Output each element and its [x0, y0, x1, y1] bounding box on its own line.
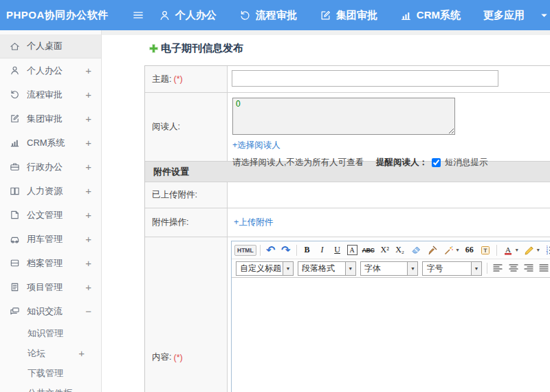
- paragraph-format-select[interactable]: 段落格式▼: [298, 261, 356, 276]
- sidebar-item-human-resources[interactable]: 人力资源+: [0, 179, 101, 203]
- expand-toggle[interactable]: +: [85, 113, 91, 124]
- remove-format-button[interactable]: [408, 243, 424, 257]
- align-right-button[interactable]: [522, 261, 536, 275]
- autotypeset-button[interactable]: ▾: [441, 243, 461, 257]
- format-brush-button[interactable]: [425, 243, 440, 257]
- superscript-button[interactable]: X²: [378, 243, 392, 257]
- sidebar-item-personal-desktop[interactable]: 个人桌面: [0, 34, 101, 58]
- select-value: 段落格式: [298, 262, 345, 275]
- sidebar-item-vehicle-management[interactable]: 用车管理+: [0, 227, 101, 251]
- strikethrough-button[interactable]: ABC: [360, 243, 377, 257]
- nav-item-group-approval[interactable]: 集团审批: [320, 9, 377, 22]
- select-arrow[interactable]: ▼: [283, 262, 293, 275]
- sidebar-subitem-public-file-cabinet[interactable]: 公共文件柜: [0, 383, 101, 392]
- nav-item-label: CRM系统: [417, 9, 461, 22]
- hamburger-menu-button[interactable]: [127, 9, 149, 21]
- paste-text-button[interactable]: [478, 243, 493, 257]
- sidebar-item-project-management[interactable]: 项目管理+: [0, 275, 101, 299]
- expand-toggle[interactable]: +: [85, 89, 91, 100]
- expand-toggle[interactable]: +: [85, 234, 91, 244]
- attachment-action-label: 附件操作:: [152, 217, 188, 228]
- sidebar-item-group-approval[interactable]: 集团审批+: [0, 107, 101, 131]
- button-glyph: 66: [465, 245, 474, 255]
- html-source-button[interactable]: HTML: [234, 245, 256, 256]
- expand-toggle[interactable]: +: [85, 162, 91, 172]
- nav-item-personal-office[interactable]: 个人办公: [159, 9, 217, 22]
- sidebar-item-archive-management[interactable]: 档案管理+: [0, 251, 101, 275]
- readers-value-cell: 0 +选择阅读人 请选择阅读人,不选为所有人可查看 提醒阅读人： 短消息提示: [228, 93, 550, 161]
- sidebar-item-knowledge-exchange[interactable]: 知识交流−: [0, 299, 101, 323]
- font-size-select[interactable]: 字号▼: [422, 261, 482, 276]
- expand-toggle[interactable]: +: [85, 258, 91, 268]
- expand-toggle[interactable]: +: [85, 65, 91, 76]
- publish-form: 主题: (*) 阅读人: 0 +选择阅读人 请选择阅读人,不选为所有人可查看 提…: [144, 65, 550, 392]
- dropdown-caret: ▾: [516, 247, 518, 253]
- nav-item-more-apps[interactable]: 更多应用: [483, 9, 550, 22]
- highlight-button[interactable]: ▾: [522, 243, 542, 257]
- sidebar-item-crm-system[interactable]: CRM系统+: [0, 131, 101, 155]
- redo-button[interactable]: ↷: [279, 243, 293, 257]
- nav-item-label: 流程审批: [256, 9, 297, 22]
- font-box-button[interactable]: A: [347, 245, 358, 255]
- font-family-select[interactable]: 字体▼: [360, 261, 419, 276]
- sidebar-item-label: 用车管理: [27, 233, 63, 246]
- expand-toggle[interactable]: +: [85, 210, 91, 220]
- main-content: 电子期刊信息发布 主题: (*) 阅读人: 0 +选择阅读人 请选择阅读人,不: [102, 30, 550, 392]
- subscript-button[interactable]: X₂: [393, 243, 407, 257]
- sidebar-subitem-knowledge-management[interactable]: 知识管理: [0, 323, 101, 343]
- nav-item-workflow-approval[interactable]: 流程审批: [239, 9, 297, 22]
- readers-hint-line: 请选择阅读人,不选为所有人可查看 提醒阅读人： 短消息提示: [232, 157, 550, 168]
- expand-toggle[interactable]: +: [78, 348, 85, 358]
- sms-remind-label: 短消息提示: [445, 157, 488, 168]
- ordered-list-icon: 123: [545, 245, 550, 256]
- italic-button[interactable]: I: [316, 243, 329, 257]
- sidebar-item-label: 项目管理: [27, 281, 63, 294]
- sidebar: 个人桌面个人办公+流程审批+集团审批+CRM系统+行政办公+人力资源+公文管理+…: [0, 30, 102, 392]
- align-left-button[interactable]: [491, 261, 505, 275]
- sidebar-item-document-management[interactable]: 公文管理+: [0, 203, 101, 227]
- sidebar-subitem-label: 论坛: [28, 347, 45, 360]
- editor-toolbar-row1: HTML↶↷BIUAABCX²X₂▾66A▾▾123▾: [232, 241, 550, 259]
- book-icon: [10, 186, 20, 196]
- blockquote-button[interactable]: 66: [463, 243, 476, 257]
- content-label-cell: 内容: (*): [145, 237, 228, 392]
- editor-content-area[interactable]: [232, 278, 550, 392]
- undo-button[interactable]: ↶: [264, 243, 278, 257]
- expand-toggle[interactable]: +: [85, 186, 91, 196]
- sidebar-subitem-forum[interactable]: 论坛+: [0, 343, 101, 363]
- expand-toggle[interactable]: −: [85, 306, 91, 316]
- required-mark: (*): [173, 74, 182, 84]
- nav-item-crm-system[interactable]: CRM系统: [400, 9, 461, 22]
- chat-icon: [10, 306, 20, 316]
- sidebar-item-personal-office[interactable]: 个人办公+: [0, 58, 101, 83]
- sidebar-item-workflow-approval[interactable]: 流程审批+: [0, 83, 101, 107]
- project-icon: [10, 282, 20, 292]
- select-arrow[interactable]: ▼: [471, 262, 481, 275]
- align-justify-button[interactable]: [537, 261, 550, 275]
- underline-button[interactable]: U: [331, 243, 344, 257]
- upload-attachment-link[interactable]: +上传附件: [234, 217, 273, 228]
- bold-button[interactable]: B: [300, 243, 314, 257]
- subject-input[interactable]: [232, 70, 498, 87]
- button-glyph: U: [334, 245, 340, 255]
- sidebar-subitem-download-management[interactable]: 下载管理: [0, 363, 101, 383]
- attachment-action-row: 附件操作: +上传附件: [145, 208, 550, 237]
- font-color-button[interactable]: A▾: [500, 243, 520, 257]
- required-mark: (*): [173, 353, 182, 362]
- sidebar-item-admin-office[interactable]: 行政办公+: [0, 155, 101, 179]
- heading-style-select[interactable]: 自定义标题▼: [236, 261, 294, 276]
- ordered-list-button[interactable]: 123▾: [543, 243, 550, 257]
- sidebar-item-label: 集团审批: [27, 113, 63, 125]
- edit-icon: [10, 113, 20, 124]
- select-readers-link[interactable]: +选择阅读人: [232, 140, 280, 150]
- select-arrow[interactable]: ▼: [345, 262, 355, 275]
- toolbar-separator: [487, 263, 487, 274]
- expand-toggle[interactable]: +: [85, 282, 91, 292]
- expand-toggle[interactable]: +: [85, 138, 91, 148]
- select-arrow[interactable]: ▼: [407, 262, 417, 275]
- readers-textarea[interactable]: 0: [232, 98, 455, 135]
- align-center-button[interactable]: [506, 261, 520, 275]
- sms-remind-checkbox[interactable]: [432, 158, 441, 167]
- car-icon: [10, 234, 20, 244]
- chart-icon: [10, 138, 20, 148]
